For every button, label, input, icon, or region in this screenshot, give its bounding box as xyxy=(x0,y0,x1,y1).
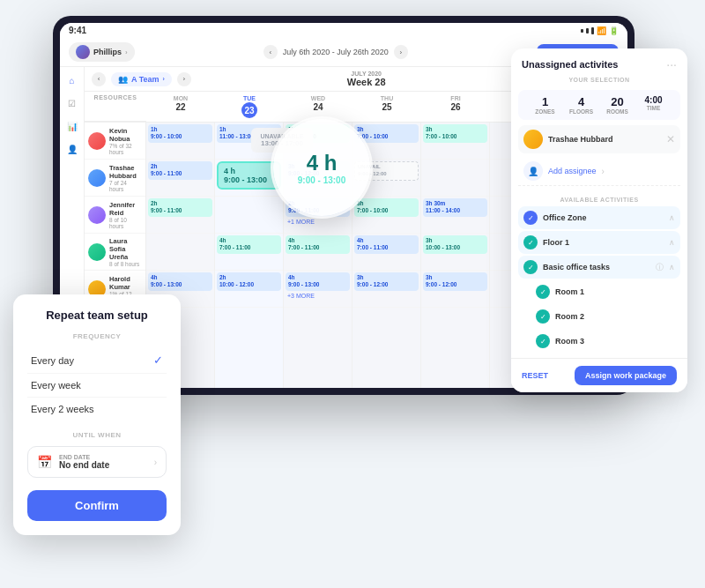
panel-menu-icon[interactable]: ··· xyxy=(666,57,677,71)
event-tue-trashae-highlight[interactable]: 4 h9:00 - 13:00 xyxy=(217,161,281,190)
cell-tue-harold[interactable]: 2h10:00 - 12:00 xyxy=(215,271,283,308)
activity-floor1[interactable]: ✓ Floor 1 ∧ xyxy=(518,231,680,254)
cell-wed-harold[interactable]: 4h9:00 - 13:00 +3 MORE xyxy=(284,271,352,308)
event-tue-harold[interactable]: 2h10:00 - 12:00 xyxy=(217,272,281,291)
end-date-chevron: › xyxy=(154,458,157,467)
freq-every-week[interactable]: Every week xyxy=(27,374,167,398)
day-header-tue: TUE 23 xyxy=(215,92,284,122)
event-thu-harold[interactable]: 3h9:00 - 12:00 xyxy=(354,272,419,291)
week-prev-btn[interactable]: ‹ xyxy=(92,72,106,86)
day-header-fri: FRI 26 xyxy=(421,92,490,122)
sidebar-home-icon[interactable]: ⌂ xyxy=(64,72,80,88)
activity-office-zone[interactable]: ✓ Office Zone ∧ xyxy=(518,206,680,229)
sidebar-tasks-icon[interactable]: ☑ xyxy=(64,95,80,111)
freq-every-2weeks[interactable]: Every 2 weeks xyxy=(27,398,167,421)
signal-bar-3 xyxy=(591,27,594,34)
event-thu-jennifer[interactable]: 3h7:00 - 10:00 xyxy=(354,198,419,217)
more-wed-harold[interactable]: +3 MORE xyxy=(286,292,350,300)
event-fri-jennifer[interactable]: 3h 30m11:00 - 14:00 xyxy=(423,198,487,217)
assignee-avatar xyxy=(523,130,543,149)
check-room2: ✓ xyxy=(536,309,550,324)
sidebar-chart-icon[interactable]: 📊 xyxy=(64,118,80,134)
avatar-trashae xyxy=(88,169,106,187)
cell-fri-trashae[interactable] xyxy=(421,160,489,197)
cell-fri-kevin[interactable]: 3h7:00 - 10:00 xyxy=(421,123,489,160)
until-section: UNTIL WHEN 📅 END DATE No end date › xyxy=(27,431,167,478)
cell-tue-laura[interactable]: 4h7:00 - 11:00 xyxy=(215,234,283,271)
resource-jennifer: Jennifer Reid 8 of 10 hours xyxy=(85,197,145,234)
end-date-row[interactable]: 📅 END DATE No end date › xyxy=(27,446,167,478)
cell-fri-laura[interactable]: 3h10:00 - 13:00 xyxy=(421,234,489,271)
user-badge[interactable]: Phillips › xyxy=(69,42,135,62)
week-next-btn[interactable]: › xyxy=(177,72,191,86)
date-next-btn[interactable]: › xyxy=(394,45,408,59)
activity-basic-tasks[interactable]: ✓ Basic office tasks ⓘ ∧ xyxy=(518,256,680,279)
activity-name-basic-tasks: Basic office tasks xyxy=(543,263,650,272)
chevron-basic-tasks[interactable]: ∧ xyxy=(669,263,675,272)
activity-room1[interactable]: ✓ Room 1 xyxy=(518,280,680,303)
cell-mon-laura[interactable] xyxy=(146,234,214,271)
info-basic-tasks[interactable]: ⓘ xyxy=(656,262,664,273)
event-fri-harold[interactable]: 3h9:00 - 12:00 xyxy=(423,272,487,291)
event-fri-kevin[interactable]: 3h7:00 - 10:00 xyxy=(423,124,487,143)
activity-room3[interactable]: ✓ Room 3 xyxy=(518,330,680,353)
event-mon-jennifer[interactable]: 2h9:00 - 11:00 xyxy=(148,198,212,217)
cell-mon-trashae[interactable]: 2h9:00 - 11:00 xyxy=(146,160,214,197)
team-badge[interactable]: 👥 A Team › xyxy=(111,72,172,86)
sidebar-people-icon[interactable]: 👤 xyxy=(64,141,80,157)
activity-room2[interactable]: ✓ Room 2 xyxy=(518,305,680,328)
cell-thu-laura[interactable]: 4h7:00 - 11:00 xyxy=(352,234,420,271)
status-time: 9:41 xyxy=(69,26,86,35)
assign-work-package-button[interactable]: Assign work package xyxy=(575,366,677,385)
event-wed-laura[interactable]: 4h7:00 - 11:00 xyxy=(286,235,350,254)
panel-footer: RESET Assign work package xyxy=(511,358,687,392)
event-mon-trashae[interactable]: 2h9:00 - 11:00 xyxy=(148,161,212,180)
name-kevin: Kevin Nobua xyxy=(109,127,142,143)
check-office-zone: ✓ xyxy=(523,211,538,225)
frequency-label: FREQUENCY xyxy=(27,332,167,340)
date-prev-btn[interactable]: ‹ xyxy=(263,45,278,59)
remove-assignee-btn[interactable]: ✕ xyxy=(666,133,675,145)
hours-jennifer: 8 of 10 hours xyxy=(109,217,142,229)
cell-mon-kevin[interactable]: 1h9:00 - 10:00 xyxy=(146,123,214,160)
freq-check-every-day: ✓ xyxy=(153,354,163,367)
rooms-label: ROOMS xyxy=(601,108,634,115)
cell-mon-jennifer[interactable]: 2h9:00 - 11:00 xyxy=(146,197,214,234)
confirm-button[interactable]: Confirm xyxy=(27,490,167,521)
cell-tue-jennifer[interactable] xyxy=(215,197,283,234)
avatar-jennifer xyxy=(88,206,106,224)
hours-kevin: 7% of 32 hours xyxy=(109,143,142,155)
reset-button[interactable]: RESET xyxy=(522,371,548,380)
freq-label-every-2weeks: Every 2 weeks xyxy=(31,404,94,414)
event-wed-harold[interactable]: 4h9:00 - 13:00 xyxy=(286,272,350,291)
add-assignee-row[interactable]: 👤 Add assignee › xyxy=(518,157,680,186)
magnifier-hours: 4 h xyxy=(307,151,338,175)
selection-rooms: 20 ROOMS xyxy=(601,95,634,115)
more-wed-jennifer[interactable]: +1 MORE xyxy=(286,218,350,226)
until-info: END DATE No end date xyxy=(59,454,147,470)
add-assignee-label: Add assignee xyxy=(548,167,597,175)
magnifier-circle: 4 h 9:00 - 13:00 xyxy=(273,119,370,216)
zones-value: 1 xyxy=(529,95,561,108)
assignee-name: Trashae Hubbard xyxy=(548,135,661,144)
hours-trashae: 7 of 24 hours xyxy=(109,180,142,192)
panel-header: Unassigned activites ··· xyxy=(511,48,687,77)
cell-thu-harold[interactable]: 3h9:00 - 12:00 xyxy=(352,271,420,308)
freq-every-day[interactable]: Every day ✓ xyxy=(27,347,167,374)
event-thu-kevin[interactable]: 3h7:00 - 10:00 xyxy=(354,124,419,143)
assignee-row: Trashae Hubbard ✕ xyxy=(518,125,680,153)
event-mon-kevin[interactable]: 1h9:00 - 10:00 xyxy=(148,124,212,143)
day-label: THU xyxy=(355,95,419,101)
resource-info-kevin: Kevin Nobua 7% of 32 hours xyxy=(109,127,142,155)
cell-fri-jennifer[interactable]: 3h 30m11:00 - 14:00 xyxy=(421,197,489,234)
chevron-office-zone[interactable]: ∧ xyxy=(669,213,675,222)
chevron-floor1[interactable]: ∧ xyxy=(669,238,675,247)
cell-wed-laura[interactable]: 4h7:00 - 11:00 xyxy=(284,234,352,271)
event-thu-laura[interactable]: 4h7:00 - 11:00 xyxy=(354,235,419,254)
event-tue-laura[interactable]: 4h7:00 - 11:00 xyxy=(217,235,281,254)
event-mon-harold[interactable]: 4h9:00 - 13:00 xyxy=(148,272,212,291)
event-fri-laura[interactable]: 3h10:00 - 13:00 xyxy=(423,235,487,254)
cell-thu-jennifer[interactable]: 3h7:00 - 10:00 xyxy=(352,197,420,234)
resource-info-trashae: Trashae Hubbard 7 of 24 hours xyxy=(109,164,142,192)
cell-fri-harold[interactable]: 3h9:00 - 12:00 xyxy=(421,271,489,308)
